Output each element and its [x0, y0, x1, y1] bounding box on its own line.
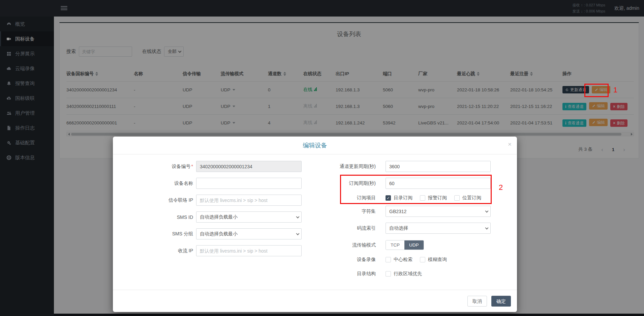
device-id-field — [196, 161, 302, 172]
edit-device-modal: 编辑设备 × 设备编号* 设备名称 信令联络 IP SMS ID 自动选择负载最… — [113, 137, 517, 312]
checkbox-center-search[interactable]: 中心检索 — [386, 257, 412, 263]
stream-mode-label: 流传输模式 — [302, 242, 376, 248]
checkbox-icon[interactable] — [386, 271, 391, 277]
subscribe-period-label: 订阅周期(秒) — [302, 180, 376, 186]
cancel-button[interactable]: 取消 — [467, 296, 487, 307]
checkbox-icon[interactable] — [454, 195, 460, 201]
close-icon[interactable]: × — [508, 141, 512, 147]
sms-group-select[interactable]: 自动选择负载最小 — [196, 228, 302, 239]
sms-id-select[interactable]: 自动选择负载最小 — [196, 211, 302, 223]
charset-label: 字符集 — [302, 208, 376, 214]
modal-header: 编辑设备 × — [113, 137, 517, 154]
channel-refresh-field[interactable] — [386, 161, 491, 172]
device-id-label: 设备编号* — [121, 164, 193, 170]
udp-option[interactable]: UDP — [404, 240, 424, 250]
device-record-label: 设备录像 — [302, 257, 376, 263]
subscribe-items-label: 订阅项目 — [302, 195, 376, 201]
checkbox-alarm-subscribe[interactable]: 报警订阅 — [420, 195, 447, 201]
subscribe-period-field[interactable] — [386, 178, 491, 189]
charset-select[interactable]: GB2312 — [386, 206, 491, 217]
sip-host-field[interactable] — [196, 195, 302, 206]
device-name-field[interactable] — [196, 178, 302, 189]
sip-host-label: 信令联络 IP — [121, 197, 193, 203]
modal-footer: 取消 确定 — [113, 290, 517, 312]
checkbox-icon[interactable] — [420, 195, 425, 201]
required-asterisk: * — [191, 164, 193, 169]
recv-ip-field[interactable] — [196, 245, 302, 256]
chevron-down-icon — [296, 232, 300, 235]
checkbox-fuzzy-query[interactable]: 模糊查询 — [420, 257, 447, 263]
checkbox-admin-region-first[interactable]: 行政区域优先 — [386, 271, 422, 277]
chevron-down-icon — [485, 226, 489, 229]
chevron-down-icon — [485, 209, 489, 212]
checkbox-icon[interactable] — [420, 257, 425, 262]
stream-index-select[interactable]: 自动选择 — [386, 223, 491, 234]
checkbox-icon[interactable] — [386, 257, 391, 262]
modal-right-column: 通道更新周期(秒) 订阅周期(秒) 订阅项目 ✓目录订阅 报警订阅 位置订阅 字… — [302, 161, 504, 283]
checkbox-catalog-subscribe[interactable]: ✓目录订阅 — [386, 195, 412, 201]
checkbox-checked-icon[interactable]: ✓ — [386, 195, 391, 201]
channel-refresh-label: 通道更新周期(秒) — [302, 164, 376, 170]
confirm-button[interactable]: 确定 — [491, 296, 511, 307]
stream-mode-toggle: TCP UDP — [386, 240, 424, 250]
device-name-label: 设备名称 — [121, 180, 193, 186]
modal-title: 编辑设备 — [113, 137, 517, 154]
recv-ip-label: 收流 IP — [121, 248, 193, 254]
stream-index-label: 码流索引 — [302, 225, 376, 231]
sms-id-label: SMS ID — [121, 214, 193, 220]
chevron-down-icon — [296, 215, 300, 218]
tcp-option[interactable]: TCP — [386, 240, 404, 250]
sms-group-label: SMS 分组 — [121, 231, 193, 237]
dir-structure-label: 目录结构 — [302, 271, 376, 277]
checkbox-position-subscribe[interactable]: 位置订阅 — [454, 195, 481, 201]
modal-left-column: 设备编号* 设备名称 信令联络 IP SMS ID 自动选择负载最小 SMS 分… — [121, 161, 305, 262]
app: 接收 ↑ : 0.027 Mbps 发送 ↓ : 0.006 Mbps 欢迎, … — [0, 0, 644, 316]
